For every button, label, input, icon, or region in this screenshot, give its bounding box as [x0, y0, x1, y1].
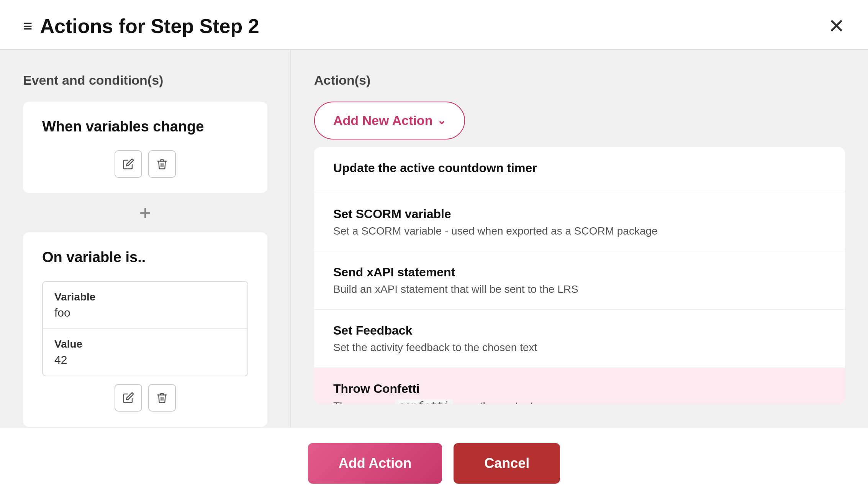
value-value: 42 [54, 353, 236, 366]
left-panel: Event and condition(s) When variables ch… [0, 50, 291, 427]
value-label: Value [54, 338, 236, 350]
add-action-button[interactable]: Add Action [308, 443, 442, 484]
condition-edit-button[interactable] [115, 384, 142, 412]
cancel-button[interactable]: Cancel [454, 443, 560, 484]
action-item-xapi[interactable]: Send xAPI statement Build an xAPI statem… [314, 251, 845, 310]
action-title-feedback: Set Feedback [333, 323, 826, 338]
modal-header: ≡ Actions for Step Step 2 ✕ [0, 0, 868, 49]
condition-card-actions [42, 384, 248, 412]
value-field: Value 42 [43, 329, 247, 376]
action-desc-xapi: Build an xAPI statement that will be sen… [333, 283, 826, 295]
action-title-confetti: Throw Confetti [333, 382, 826, 396]
variable-value: foo [54, 306, 236, 319]
action-title-scorm: Set SCORM variable [333, 207, 826, 221]
action-list: Update the active countdown timer Set SC… [314, 147, 845, 404]
close-icon[interactable]: ✕ [828, 16, 845, 36]
condition-card-title: On variable is.. [42, 249, 248, 266]
event-delete-button[interactable] [148, 150, 176, 178]
event-card-title: When variables change [42, 118, 248, 135]
action-item-feedback[interactable]: Set Feedback Set the activity feedback t… [314, 310, 845, 368]
event-card: When variables change [23, 102, 267, 193]
add-new-action-label: Add New Action [333, 113, 432, 128]
title-group: ≡ Actions for Step Step 2 [23, 15, 259, 38]
condition-card: On variable is.. Variable foo Value 42 [23, 232, 267, 427]
action-item-countdown[interactable]: Update the active countdown timer [314, 147, 845, 193]
plus-divider[interactable]: + [23, 193, 267, 232]
add-new-action-button[interactable]: Add New Action ⌄ [314, 102, 465, 140]
modal: ≡ Actions for Step Step 2 ✕ Event and co… [0, 0, 868, 499]
modal-body: Event and condition(s) When variables ch… [0, 49, 868, 427]
event-edit-button[interactable] [115, 150, 142, 178]
action-desc-feedback: Set the activity feedback to the chosen … [333, 341, 826, 354]
action-desc-scorm: Set a SCORM variable - used when exporte… [333, 225, 826, 237]
event-card-actions [42, 150, 248, 178]
page-title: Actions for Step Step 2 [40, 15, 259, 38]
modal-footer: Add Action Cancel [0, 427, 868, 499]
action-title-countdown: Update the active countdown timer [333, 161, 826, 175]
condition-delete-button[interactable] [148, 384, 176, 412]
action-item-scorm[interactable]: Set SCORM variable Set a SCORM variable … [314, 193, 845, 251]
condition-fields: Variable foo Value 42 [42, 281, 248, 376]
right-panel: Action(s) Add New Action ⌄ Update the ac… [291, 50, 868, 427]
variable-field: Variable foo [43, 282, 247, 329]
action-title-xapi: Send xAPI statement [333, 265, 826, 279]
hamburger-icon: ≡ [23, 18, 33, 34]
add-new-action-chevron: ⌄ [437, 114, 446, 127]
action-desc-confetti: Throw some confetti over the content [333, 400, 826, 404]
actions-label: Action(s) [314, 73, 845, 88]
event-condition-label: Event and condition(s) [23, 73, 267, 88]
variable-label: Variable [54, 291, 236, 303]
action-item-confetti[interactable]: Throw Confetti Throw some confetti over … [314, 368, 845, 404]
